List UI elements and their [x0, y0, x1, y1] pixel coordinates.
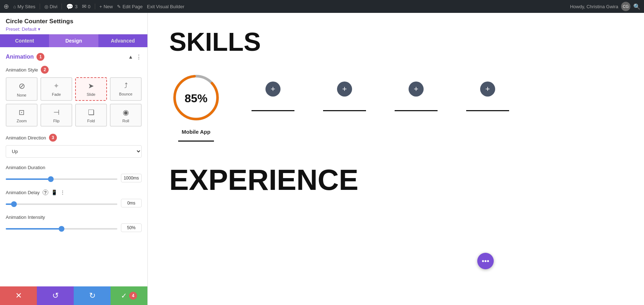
device-icon[interactable]: 📱 — [51, 190, 57, 195]
section-badge-1: 1 — [36, 53, 44, 61]
divi-icon: ◎ — [44, 4, 48, 9]
animation-duration-slider[interactable] — [6, 178, 117, 180]
animation-intensity-group: Animation Intensity 50% — [6, 215, 142, 232]
pencil-icon: ✎ — [117, 4, 121, 9]
edit-page-btn[interactable]: ✎ Edit Page — [117, 4, 142, 9]
dots-icon: ••• — [482, 257, 489, 265]
animation-intensity-value: 50% — [121, 223, 142, 232]
slide-icon: ➤ — [88, 82, 94, 90]
exit-builder-btn[interactable]: Exit Visual Builder — [147, 4, 185, 9]
floating-menu-button[interactable]: ••• — [477, 253, 494, 269]
wp-icon-btn[interactable]: ⊕ — [4, 3, 9, 10]
bounce-icon: ⤴ — [124, 82, 128, 90]
animation-delay-track — [6, 200, 117, 206]
animation-duration-track — [6, 175, 117, 181]
animation-duration-slider-row: 1000ms — [6, 174, 142, 182]
roll-icon: ◉ — [123, 108, 129, 117]
tabs-bar: Content Design Advanced — [0, 34, 147, 47]
experience-title: EXPERIENCE — [169, 163, 623, 197]
skills-title: SKILLS — [169, 27, 623, 56]
section-title-row: Animation 1 — [6, 53, 44, 61]
search-icon[interactable]: 🔍 — [633, 3, 640, 10]
plus-underline-4 — [466, 110, 509, 111]
topbar-divider-2 — [62, 4, 62, 9]
animation-style-grid: ⊘ None ✦ Fade ➤ Slide ⤴ Bounce — [6, 77, 142, 127]
plus-item-3: + — [395, 71, 438, 111]
tab-design[interactable]: Design — [49, 34, 98, 47]
fold-icon: ❏ — [88, 108, 94, 117]
avatar[interactable]: CG — [621, 2, 630, 11]
animation-intensity-slider-row: 50% — [6, 223, 142, 232]
undo-button[interactable]: ↺ — [37, 286, 74, 305]
panel-title: Circle Counter Settings — [6, 18, 142, 25]
animation-style-label: Animation Style — [6, 67, 38, 73]
anim-fade[interactable]: ✦ Fade — [40, 77, 72, 101]
plus-underline-3 — [395, 110, 438, 111]
redo-button[interactable]: ↻ — [74, 286, 111, 305]
panel-content: Animation 1 ▲ ⋮ Animation Style 2 ⊘ No — [0, 47, 147, 286]
topbar-right: Howdy, Christina Gwira CG 🔍 — [570, 2, 640, 11]
my-sites-btn[interactable]: ⌂ My Sites — [13, 4, 35, 9]
anim-zoom[interactable]: ⊡ Zoom — [6, 104, 38, 127]
add-skill-btn-2[interactable]: + — [337, 82, 352, 97]
anim-flip[interactable]: ⊣ Flip — [40, 104, 72, 127]
animation-delay-label: Animation Delay — [6, 190, 40, 195]
badge-2: 2 — [41, 66, 49, 74]
topbar-divider-3 — [95, 4, 95, 9]
section-controls: ▲ ⋮ — [128, 54, 142, 60]
animation-duration-label: Animation Duration — [6, 165, 142, 170]
bottom-action-bar: ✕ ↺ ↻ ✓ 4 — [0, 286, 147, 305]
animation-intensity-slider[interactable] — [6, 228, 117, 230]
cancel-button[interactable]: ✕ — [0, 286, 37, 305]
comments-btn[interactable]: 💬 3 — [66, 3, 77, 10]
anim-slide[interactable]: ➤ Slide — [75, 77, 107, 101]
comments-icon: 💬 — [66, 3, 73, 10]
messages-btn[interactable]: ✉ 0 — [82, 3, 91, 10]
animation-direction-label: Animation Direction — [6, 135, 46, 141]
checkmark-icon: ✓ — [121, 291, 127, 300]
flip-icon: ⊣ — [53, 108, 59, 117]
section-menu-icon[interactable]: ⋮ — [136, 54, 142, 60]
home-icon: ⌂ — [13, 4, 16, 9]
animation-delay-slider[interactable] — [6, 203, 117, 205]
add-skill-btn-3[interactable]: + — [409, 82, 424, 97]
circle-counter[interactable]: 85% Mobile App — [169, 71, 223, 142]
none-icon: ⊘ — [19, 82, 25, 91]
settings-panel: Circle Counter Settings Preset: Default … — [0, 13, 148, 305]
divi-btn[interactable]: ◎ Divi — [44, 4, 58, 9]
plus-item-2: + — [323, 71, 366, 111]
tab-content[interactable]: Content — [0, 34, 49, 47]
anim-bounce[interactable]: ⤴ Bounce — [110, 77, 142, 101]
cancel-icon: ✕ — [15, 291, 22, 300]
anim-roll[interactable]: ◉ Roll — [110, 104, 142, 127]
plus-item-4: + — [466, 71, 509, 111]
fade-icon: ✦ — [53, 82, 59, 90]
svg-text:85%: 85% — [185, 92, 208, 105]
plus-underline-1 — [252, 110, 294, 111]
new-btn[interactable]: + New — [99, 4, 113, 9]
anim-none[interactable]: ⊘ None — [6, 77, 38, 101]
flip-label: Flip — [53, 119, 60, 123]
animation-delay-group: Animation Delay ? 📱 ⋮ 0ms — [6, 190, 142, 207]
badge-3: 3 — [49, 134, 57, 142]
collapse-icon[interactable]: ▲ — [128, 54, 133, 60]
bounce-label: Bounce — [119, 92, 132, 96]
main-layout: Circle Counter Settings Preset: Default … — [0, 13, 644, 305]
options-icon[interactable]: ⋮ — [60, 190, 65, 195]
tab-advanced[interactable]: Advanced — [98, 34, 147, 47]
preset-selector[interactable]: Preset: Default ▾ — [6, 26, 142, 32]
animation-intensity-label: Animation Intensity — [6, 215, 142, 220]
animation-delay-value: 0ms — [121, 199, 142, 207]
animation-direction-select[interactable]: Up Down Left Right Center — [6, 145, 142, 158]
animation-style-group: Animation Style 2 ⊘ None ✦ Fade ➤ Slide — [6, 66, 142, 127]
animation-delay-label-row: Animation Delay ? 📱 ⋮ — [6, 190, 142, 195]
anim-fold[interactable]: ❏ Fold — [75, 104, 107, 127]
save-button[interactable]: ✓ 4 — [111, 286, 147, 305]
howdy-label: Howdy, Christina Gwira — [570, 4, 618, 9]
add-skill-btn-1[interactable]: + — [265, 82, 280, 97]
help-icon[interactable]: ? — [43, 190, 48, 195]
skills-row: 85% Mobile App + + + + — [169, 71, 623, 142]
plus-icon: + — [99, 4, 102, 9]
animation-section-title: Animation — [6, 54, 34, 60]
add-skill-btn-4[interactable]: + — [480, 82, 495, 97]
